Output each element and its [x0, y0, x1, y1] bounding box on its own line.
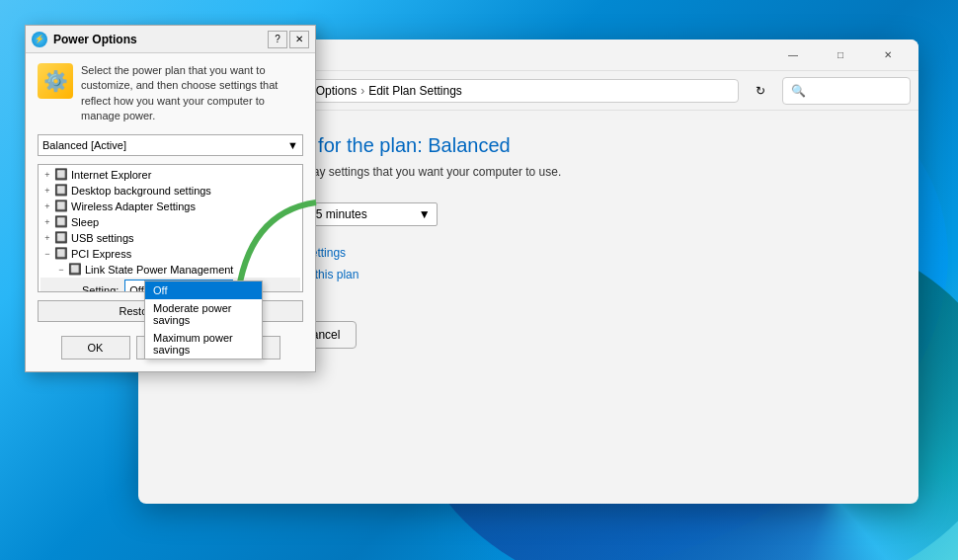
- tree-label-pci: PCI Express: [71, 248, 131, 260]
- display-dropdown-arrow: ▼: [419, 207, 431, 221]
- settings-icon: ⚙️: [38, 63, 73, 99]
- dialog-description: Select the power plan that you want to c…: [81, 63, 303, 124]
- tree-item-pci[interactable]: − 🔲 PCI Express: [40, 246, 300, 262]
- close-button[interactable]: ✕: [865, 40, 911, 71]
- dialog-title-controls: ? ✕: [268, 31, 309, 48]
- dialog-close-button[interactable]: ✕: [289, 31, 309, 48]
- tree-label-ie: Internet Explorer: [71, 169, 151, 181]
- power-options-dialog: ⚡ Power Options ? ✕ ⚙️ Select the power …: [25, 25, 316, 372]
- tree-icon-link-state: 🔲: [68, 263, 82, 277]
- tree-expand-link-state: −: [54, 263, 68, 277]
- tree-item-sleep[interactable]: + 🔲 Sleep: [40, 214, 300, 230]
- tree-icon-usb: 🔲: [54, 231, 68, 245]
- tree-item-usb[interactable]: + 🔲 USB settings: [40, 230, 300, 246]
- tree-label-sleep: Sleep: [71, 216, 99, 228]
- plan-selector: Balanced [Active] ▼: [38, 134, 303, 156]
- minimize-button[interactable]: —: [770, 40, 816, 71]
- plan-dropdown[interactable]: Balanced [Active] ▼: [38, 134, 303, 156]
- dialog-help-button[interactable]: ?: [268, 31, 287, 48]
- settings-icon-box: ⚙️: [38, 63, 73, 99]
- tree-expand-usb: +: [40, 231, 54, 245]
- dropdown-option-off[interactable]: Off: [145, 281, 262, 292]
- power-dialog-title-left: ⚡ Power Options: [32, 32, 137, 47]
- maximize-button[interactable]: □: [818, 40, 863, 71]
- ok-button[interactable]: OK: [61, 336, 130, 360]
- tree-expand-sleep: +: [40, 215, 54, 229]
- tree-expand-ie: +: [40, 168, 54, 182]
- power-icon: ⚡: [32, 32, 47, 47]
- address-search[interactable]: 🔍: [782, 77, 911, 105]
- tree-icon-wireless: 🔲: [54, 200, 68, 213]
- refresh-icon: ↻: [756, 84, 765, 98]
- tree-icon-ie: 🔲: [54, 168, 68, 182]
- dialog-header: ⚙️ Select the power plan that you want t…: [38, 63, 303, 124]
- tree-label-usb: USB settings: [71, 232, 134, 244]
- plan-dropdown-value: Balanced [Active]: [42, 139, 126, 151]
- setting-label-text: Setting:: [82, 284, 119, 292]
- refresh-button[interactable]: ↻: [747, 77, 774, 105]
- tree-expand-pci: −: [40, 247, 54, 261]
- tree-label-desktop: Desktop background settings: [71, 185, 211, 197]
- tree-item-wireless[interactable]: + 🔲 Wireless Adapter Settings: [40, 199, 300, 214]
- tree-expand-wireless: +: [40, 200, 54, 213]
- search-icon: 🔍: [791, 84, 806, 98]
- tree-icon-desktop: 🔲: [54, 184, 68, 198]
- breadcrumb-edit-plan: Edit Plan Settings: [368, 84, 462, 98]
- plan-dropdown-arrow: ▼: [287, 139, 298, 151]
- dialog-body: ⚙️ Select the power plan that you want t…: [26, 53, 315, 371]
- tree-item-desktop[interactable]: + 🔲 Desktop background settings: [40, 183, 300, 199]
- dropdown-popup: Off Moderate power savings Maximum power…: [144, 280, 263, 292]
- titlebar-controls: — □ ✕: [770, 40, 911, 71]
- tree-container[interactable]: + 🔲 Internet Explorer + 🔲 Desktop backgr…: [38, 164, 303, 292]
- display-dropdown-value: 5 minutes: [316, 207, 367, 221]
- power-dialog-titlebar[interactable]: ⚡ Power Options ? ✕: [26, 26, 315, 53]
- tree-icon-pci: 🔲: [54, 247, 68, 261]
- tree-icon-sleep: 🔲: [54, 215, 68, 229]
- power-dialog-title-text: Power Options: [53, 33, 137, 46]
- tree-expand-desktop: +: [40, 184, 54, 198]
- display-dropdown[interactable]: 5 minutes ▼: [309, 202, 438, 226]
- tree-item-ie[interactable]: + 🔲 Internet Explorer: [40, 167, 300, 183]
- tree-item-link-state[interactable]: − 🔲 Link State Power Management: [40, 262, 300, 278]
- tree-label-link-state: Link State Power Management: [85, 264, 233, 276]
- breadcrumb-chevron2: ›: [360, 84, 364, 98]
- tree-label-wireless: Wireless Adapter Settings: [71, 200, 196, 212]
